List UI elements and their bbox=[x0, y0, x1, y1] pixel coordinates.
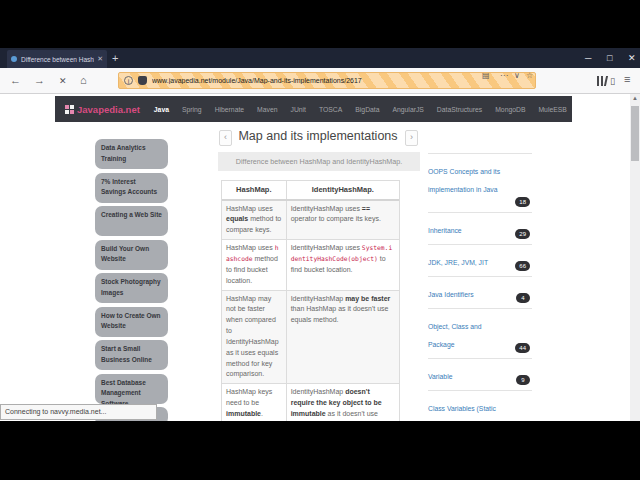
status-bar: Connecting to navvy.media.net... bbox=[0, 404, 157, 420]
tracking-shield-icon[interactable] bbox=[138, 76, 147, 85]
ad-button[interactable]: 7% Interest Savings Accounts bbox=[95, 173, 168, 203]
nav-item-spring[interactable]: Spring bbox=[182, 106, 202, 113]
topic-count-badge: 9 bbox=[516, 375, 530, 385]
prev-page-button[interactable]: ‹ bbox=[219, 130, 232, 146]
ad-button[interactable]: Build Your Own Website bbox=[95, 240, 168, 270]
letterbox-top bbox=[0, 0, 640, 48]
nav-item-maven[interactable]: Maven bbox=[257, 106, 277, 113]
browser-tab-bar: Difference between HashMap ✕ + ─ □ ✕ bbox=[0, 48, 640, 68]
nav-item-mongodb[interactable]: MongoDB bbox=[495, 106, 525, 113]
site-info-icon[interactable]: i bbox=[124, 76, 133, 85]
next-page-button[interactable]: › bbox=[405, 130, 418, 146]
brand-name[interactable]: Javapedia.net bbox=[77, 104, 140, 115]
ad-button[interactable]: How to Create Own Website bbox=[95, 307, 168, 337]
home-icon[interactable]: ⌂ bbox=[80, 74, 87, 87]
nav-item-java[interactable]: Java bbox=[154, 106, 169, 113]
ad-button[interactable]: Stock Photography Images bbox=[95, 273, 168, 303]
table-text: HashMap may not be faster when compared … bbox=[226, 295, 279, 378]
topic-item[interactable]: JDK, JRE, JVM, JIT66 bbox=[428, 245, 532, 277]
page-title: Map and its implementations bbox=[232, 129, 404, 143]
topic-link[interactable]: JDK, JRE, JVM, JIT bbox=[428, 259, 488, 266]
topic-link[interactable]: Inheritance bbox=[428, 227, 462, 234]
site-navbar: Javapedia.net JavaSpringHibernateMavenJU… bbox=[55, 96, 572, 122]
page-actions-icon[interactable]: ⋯ bbox=[500, 71, 508, 81]
table-header-row: HashMap. IdentityHashMap. bbox=[222, 181, 399, 201]
topic-item[interactable]: Object, Class and Package44 bbox=[428, 309, 532, 359]
url-bar[interactable]: i www.javapedia.net/module/Java/Map-and-… bbox=[118, 72, 536, 89]
comparison-table: HashMap. IdentityHashMap. HashMap uses e… bbox=[221, 180, 400, 435]
topic-item[interactable]: Java Identifiers4 bbox=[428, 277, 532, 309]
menu-hamburger-icon[interactable]: ≡ bbox=[624, 73, 630, 86]
nav-item-muleesb[interactable]: MuleESB bbox=[538, 106, 566, 113]
table-text: == bbox=[362, 205, 370, 212]
table-text: . bbox=[261, 410, 263, 417]
table-text: immutable bbox=[226, 410, 261, 417]
table-text: equals bbox=[226, 215, 248, 222]
page-subtitle: Difference between HashMap and IdentityH… bbox=[218, 152, 420, 171]
topic-count-badge: 18 bbox=[515, 197, 530, 207]
ad-button[interactable]: Start a Small Business Online bbox=[95, 340, 168, 370]
nav-item-tosca[interactable]: TOSCA bbox=[319, 106, 342, 113]
letterbox-bottom bbox=[0, 421, 640, 480]
nav-item-hibernate[interactable]: Hibernate bbox=[215, 106, 244, 113]
column-header: HashMap. bbox=[222, 181, 287, 199]
nav-item-datastructures[interactable]: DataStructures bbox=[437, 106, 482, 113]
topic-item[interactable]: Variable9 bbox=[428, 359, 532, 391]
url-text[interactable]: www.javapedia.net/module/Java/Map-and-it… bbox=[152, 77, 412, 84]
table-row: HashMap may not be faster when compared … bbox=[222, 291, 399, 385]
library-icon[interactable] bbox=[597, 76, 607, 86]
brand[interactable]: Javapedia.net bbox=[65, 104, 140, 115]
favicon bbox=[11, 56, 17, 62]
site-nav-items: JavaSpringHibernateMavenJUnitTOSCABigDat… bbox=[154, 106, 572, 113]
topic-link[interactable]: Object, Class and Package bbox=[428, 323, 482, 348]
identityhashmap-cell: IdentityHashMap uses == operator to comp… bbox=[287, 201, 399, 240]
reader-view-icon[interactable]: ▤ bbox=[482, 71, 490, 81]
ad-button[interactable]: Data Analytics Training bbox=[95, 139, 168, 169]
hashmap-cell: HashMap uses hashcode method to find buc… bbox=[222, 240, 287, 289]
table-text: IdentityHashMap bbox=[291, 295, 345, 302]
topic-count-badge: 66 bbox=[515, 261, 530, 271]
topic-count-badge: 29 bbox=[515, 229, 530, 239]
topic-link[interactable]: Variable bbox=[428, 373, 452, 380]
topic-item[interactable]: Inheritance29 bbox=[428, 213, 532, 245]
bookmark-star-icon[interactable]: ☆ bbox=[526, 71, 533, 81]
table-text: may be faster bbox=[345, 295, 390, 302]
window-maximize-button[interactable]: □ bbox=[607, 51, 612, 65]
forward-icon[interactable]: → bbox=[34, 74, 45, 87]
column-header: IdentityHashMap. bbox=[287, 181, 399, 199]
pocket-icon[interactable]: ∨ bbox=[514, 71, 520, 81]
table-text: than HashMap as it doesn't use equals me… bbox=[291, 305, 389, 323]
scrollbar-thumb[interactable] bbox=[631, 106, 639, 161]
ad-button[interactable]: Best Database Management Software bbox=[95, 374, 168, 404]
identityhashmap-cell: IdentityHashMap uses System.identityHash… bbox=[287, 240, 399, 289]
table-text: HashMap uses bbox=[226, 244, 275, 251]
topic-item[interactable]: OOPS Concepts and its implementation in … bbox=[428, 154, 532, 213]
topic-link[interactable]: OOPS Concepts and its implementation in … bbox=[428, 168, 500, 193]
nav-item-bigdata[interactable]: BigData bbox=[355, 106, 379, 113]
table-text: operator to compare its keys. bbox=[291, 215, 381, 222]
window-close-button[interactable]: ✕ bbox=[628, 51, 636, 65]
hashmap-cell: HashMap uses equals method to compare ke… bbox=[222, 201, 287, 240]
identityhashmap-cell: IdentityHashMap may be faster than HashM… bbox=[287, 291, 399, 384]
table-text: IdentityHashMap bbox=[291, 388, 345, 395]
table-text: IdentityHashMap uses bbox=[291, 244, 362, 251]
tab-title: Difference between HashMap bbox=[21, 56, 94, 63]
sidebar-toggle-icon[interactable]: ▯ bbox=[610, 75, 615, 88]
stop-icon[interactable]: ✕ bbox=[59, 75, 67, 88]
table-text: HashMap keys need to be bbox=[226, 388, 272, 406]
tab-close-icon[interactable]: ✕ bbox=[97, 55, 103, 63]
nav-item-junit[interactable]: JUnit bbox=[291, 106, 307, 113]
screen: Difference between HashMap ✕ + ─ □ ✕ ← →… bbox=[0, 0, 640, 480]
scroll-up-arrow[interactable]: ▲ bbox=[631, 95, 639, 101]
brand-logo-icon bbox=[65, 105, 74, 114]
table-text: IdentityHashMap uses bbox=[291, 205, 362, 212]
browser-tab[interactable]: Difference between HashMap ✕ bbox=[7, 50, 107, 68]
new-tab-button[interactable]: + bbox=[112, 51, 118, 65]
nav-item-angularjs[interactable]: AngularJS bbox=[393, 106, 424, 113]
browser-toolbar: ← → ✕ ⌂ i www.javapedia.net/module/Java/… bbox=[0, 68, 640, 94]
ad-button[interactable]: Creating a Web Site bbox=[95, 206, 168, 236]
window-minimize-button[interactable]: ─ bbox=[585, 51, 591, 65]
table-row: HashMap uses equals method to compare ke… bbox=[222, 201, 399, 241]
topic-link[interactable]: Java Identifiers bbox=[428, 291, 474, 298]
back-icon[interactable]: ← bbox=[10, 74, 21, 87]
